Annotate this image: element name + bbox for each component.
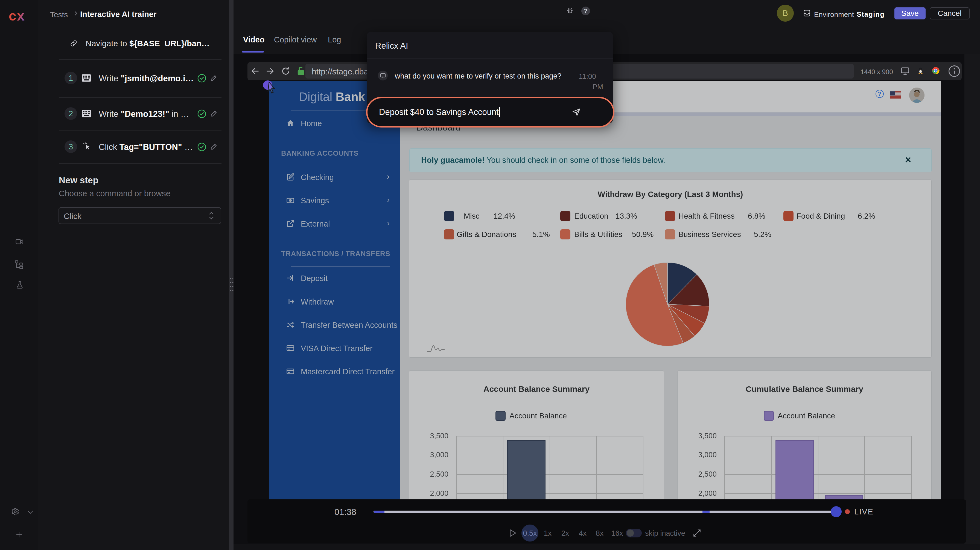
svg-text:c: c [9, 8, 16, 22]
svg-text:x: x [17, 8, 25, 22]
